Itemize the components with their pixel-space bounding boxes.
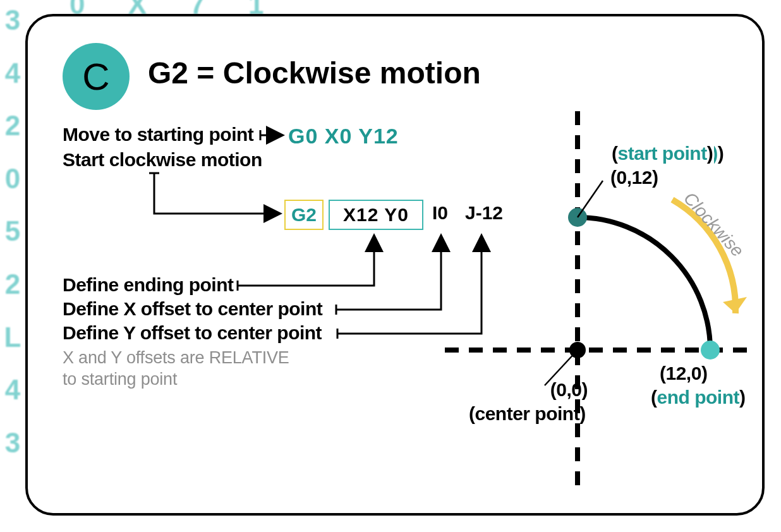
svg-line-11	[578, 181, 603, 217]
diagram-card: C G2 = Clockwise motion Move to starting…	[25, 14, 765, 516]
end-point-val: (12,0)	[660, 363, 707, 384]
start-point-val: (0,12)	[610, 167, 658, 188]
start-point-label-text: (start point)	[610, 143, 714, 164]
background-digits-left: 342 052 L43	[0, 0, 25, 469]
svg-point-12	[701, 341, 720, 360]
end-point-label: (end point)	[651, 387, 745, 408]
page: 342 052 L43 0 X 7 1 C G2 = Clockwise mot…	[0, 0, 781, 532]
center-label: (center point)	[469, 403, 586, 425]
center-val: (0,0)	[506, 379, 588, 401]
